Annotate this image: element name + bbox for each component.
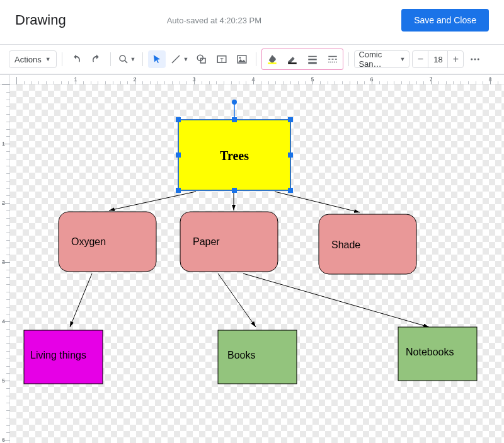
font-size-increase[interactable]: +	[448, 51, 463, 67]
svg-point-31	[232, 100, 237, 105]
undo-button[interactable]	[67, 50, 85, 68]
chevron-down-icon: ▼	[399, 56, 405, 62]
font-size-input[interactable]	[428, 51, 448, 67]
chevron-down-icon: ▼	[183, 56, 188, 62]
node-notebooks-label: Notebooks	[406, 347, 454, 357]
svg-rect-25	[176, 152, 181, 158]
chevron-down-icon: ▼	[130, 56, 136, 62]
fill-color-button[interactable]	[263, 50, 281, 68]
textbox-tool[interactable]: T	[213, 50, 231, 68]
vertical-ruler[interactable]: 123456	[0, 74, 10, 443]
arrow-trees-shade[interactable]	[275, 192, 360, 212]
autosave-status: Auto-saved at 4:20:23 PM	[167, 16, 401, 25]
node-notebooks[interactable]: Notebooks	[398, 327, 477, 381]
redo-button[interactable]	[88, 50, 105, 68]
arrow-oxygen-living[interactable]	[70, 273, 92, 327]
svg-rect-28	[232, 188, 237, 193]
node-trees-label: Trees	[220, 149, 249, 163]
font-name: Comic San…	[358, 50, 398, 69]
separator	[256, 52, 256, 66]
node-oxygen-label: Oxygen	[71, 236, 106, 247]
svg-rect-12	[309, 59, 318, 60]
node-living-label: Living things	[30, 350, 86, 360]
svg-point-8	[239, 57, 241, 59]
node-shade[interactable]: Shade	[319, 214, 416, 274]
more-options-button[interactable]	[466, 50, 484, 68]
ruler-corner	[0, 74, 10, 84]
image-tool[interactable]	[233, 50, 251, 68]
font-family-selector[interactable]: Comic San… ▼	[354, 50, 410, 68]
svg-text:T: T	[220, 57, 224, 63]
zoom-button[interactable]: ▼	[116, 50, 138, 68]
svg-point-0	[120, 55, 125, 61]
select-tool[interactable]	[148, 50, 166, 68]
separator	[62, 52, 62, 66]
separator	[348, 52, 349, 66]
svg-rect-24	[288, 117, 293, 122]
svg-rect-13	[309, 62, 318, 64]
shape-tool[interactable]	[193, 50, 210, 68]
border-weight-button[interactable]	[304, 50, 321, 68]
drawing-canvas[interactable]: Trees Oxygen Pa	[10, 84, 504, 443]
chevron-down-icon: ▼	[45, 56, 51, 62]
toolbar: Actions ▼ ▼ ▼ T	[0, 45, 504, 74]
canvas-area: 12345678 123456 Trees	[0, 74, 504, 443]
svg-rect-11	[309, 56, 318, 57]
svg-rect-26	[288, 152, 293, 158]
separator	[110, 52, 111, 66]
svg-rect-22	[176, 117, 181, 122]
border-color-button[interactable]	[284, 50, 301, 68]
line-tool[interactable]: ▼	[168, 50, 190, 68]
svg-rect-10	[289, 62, 297, 64]
separator	[142, 52, 143, 66]
drawing-stage: Trees Oxygen Pa	[10, 84, 504, 443]
arrow-paper-notebooks[interactable]	[243, 273, 429, 327]
header: Drawing Auto-saved at 4:20:23 PM Save an…	[0, 0, 504, 44]
font-size-group: − +	[412, 50, 464, 68]
svg-point-19	[478, 59, 479, 60]
svg-rect-29	[288, 188, 293, 193]
svg-point-17	[471, 59, 473, 60]
node-trees[interactable]: Trees	[176, 100, 293, 193]
horizontal-ruler[interactable]: 12345678	[10, 74, 504, 84]
page-title: Drawing	[15, 12, 66, 28]
font-size-decrease[interactable]: −	[413, 51, 428, 67]
arrow-paper-books[interactable]	[218, 273, 256, 327]
format-highlight-group	[261, 49, 343, 70]
svg-point-18	[474, 59, 476, 60]
node-living-things[interactable]: Living things	[24, 330, 103, 384]
node-books[interactable]: Books	[218, 330, 297, 384]
svg-rect-9	[268, 62, 277, 64]
svg-rect-23	[232, 117, 237, 122]
arrow-trees-oxygen[interactable]	[109, 192, 196, 210]
svg-line-1	[124, 60, 127, 63]
svg-line-2	[172, 55, 180, 63]
node-books-label: Books	[227, 350, 255, 360]
actions-label: Actions	[14, 55, 42, 64]
svg-rect-27	[176, 188, 181, 193]
node-oxygen[interactable]: Oxygen	[59, 212, 156, 272]
border-dash-button[interactable]	[324, 50, 341, 68]
node-paper[interactable]: Paper	[180, 212, 278, 272]
node-paper-label: Paper	[193, 236, 220, 247]
node-shade-label: Shade	[331, 239, 360, 250]
actions-menu[interactable]: Actions ▼	[9, 50, 57, 68]
save-and-close-button[interactable]: Save and Close	[401, 9, 489, 32]
